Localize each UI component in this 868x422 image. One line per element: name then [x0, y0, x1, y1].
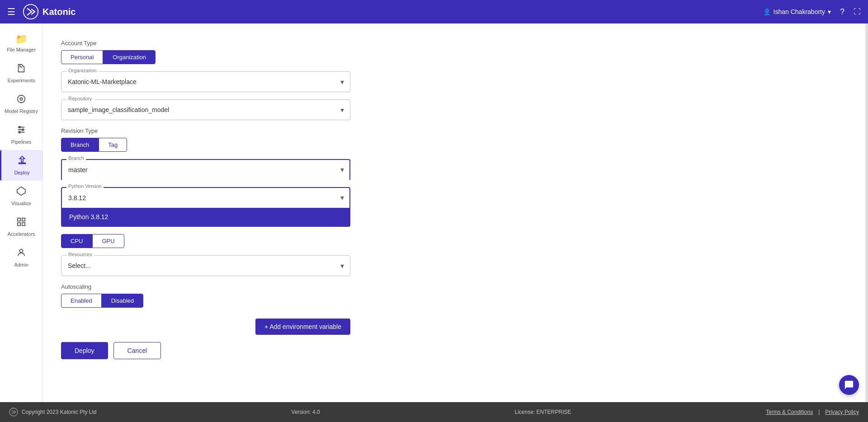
resources-select[interactable]: Select... — [61, 255, 350, 276]
resources-select-wrapper: Select... — [61, 255, 350, 276]
svg-marker-6 — [17, 187, 25, 195]
branch-select[interactable]: master — [61, 159, 350, 180]
organization-field: Organization Katonic-ML-Marketplace — [61, 71, 847, 92]
sidebar-item-deploy-label: Deploy — [14, 170, 29, 175]
organization-select[interactable]: Katonic-ML-Marketplace — [61, 71, 350, 92]
sidebar-item-experiments[interactable]: Experiments — [0, 58, 42, 89]
python-version-label: Python Version — [66, 183, 104, 189]
sidebar: 📁 File Manager Experiments Model Registr… — [0, 23, 43, 402]
content-area: Account Type Personal Organization Organ… — [43, 23, 865, 402]
sidebar-item-admin[interactable]: Admin — [0, 242, 42, 273]
user-avatar-icon: 👤 — [763, 8, 771, 15]
main-layout: 📁 File Manager Experiments Model Registr… — [0, 23, 868, 402]
sidebar-item-model-registry[interactable]: Model Registry — [0, 89, 42, 119]
autoscaling-enabled-btn[interactable]: Enabled — [61, 294, 102, 308]
expand-icon[interactable]: ⛶ — [854, 8, 861, 16]
footer-logo-icon — [9, 408, 18, 417]
compute-gpu-btn[interactable]: GPU — [92, 234, 124, 248]
compute-group: CPU GPU — [61, 234, 847, 248]
sidebar-item-pipelines[interactable]: Pipelines — [0, 119, 42, 150]
footer-left: Copyright 2023 Katonic Pty Ltd — [9, 408, 96, 417]
svg-point-3 — [19, 127, 21, 128]
svg-point-11 — [19, 249, 23, 253]
sidebar-item-experiments-label: Experiments — [7, 78, 35, 83]
cancel-button[interactable]: Cancel — [113, 342, 161, 359]
katonic-logo-icon — [23, 4, 39, 20]
repository-select-wrapper: sample_image_classification_model — [61, 99, 350, 120]
chat-bubble[interactable] — [839, 375, 859, 395]
svg-rect-8 — [22, 218, 25, 221]
help-icon[interactable]: ? — [840, 7, 844, 17]
resize-handle[interactable] — [865, 23, 868, 402]
footer-license: License: ENTERPRISE — [515, 409, 571, 415]
organization-select-wrapper: Katonic-ML-Marketplace — [61, 71, 350, 92]
chat-icon — [844, 380, 854, 390]
compute-cpu-btn[interactable]: CPU — [61, 234, 92, 248]
file-manager-icon: 📁 — [15, 33, 28, 45]
user-menu[interactable]: 👤 Ishan Chakraborty ▾ — [763, 8, 831, 15]
autoscaling-label: Autoscaling — [61, 283, 847, 290]
svg-rect-7 — [18, 218, 20, 221]
sidebar-item-file-manager[interactable]: 📁 File Manager — [0, 28, 42, 58]
sidebar-item-deploy[interactable]: Deploy — [0, 150, 42, 181]
footer-privacy-link[interactable]: Privacy Policy — [825, 409, 859, 415]
svg-point-2 — [20, 98, 23, 100]
sidebar-item-accelerators-label: Accelerators — [7, 231, 35, 237]
navbar: ☰ Katonic 👤 Ishan Chakraborty ▾ ? ⛶ — [0, 0, 868, 23]
revision-type-label: Revision Type — [61, 127, 847, 134]
account-type-personal-btn[interactable]: Personal — [61, 50, 103, 64]
repository-select[interactable]: sample_image_classification_model — [61, 99, 350, 120]
resources-field: Resources Select... — [61, 255, 847, 276]
footer-right: Terms & Conditions | Privacy Policy — [766, 409, 859, 415]
action-buttons: Deploy Cancel — [61, 342, 847, 359]
add-env-variable-button[interactable]: + Add environment variable — [255, 319, 350, 335]
deploy-icon — [17, 155, 27, 168]
python-version-select[interactable]: 3.8.12 — [61, 187, 350, 208]
account-type-label: Account Type — [61, 40, 847, 47]
branch-field: Branch master — [61, 159, 847, 180]
revision-type-tag-btn[interactable]: Tag — [99, 138, 127, 152]
experiments-icon — [16, 63, 26, 76]
resources-label: Resources — [66, 252, 94, 257]
branch-label: Branch — [66, 155, 86, 161]
model-registry-icon — [16, 94, 26, 107]
footer-copyright: Copyright 2023 Katonic Pty Ltd — [22, 409, 96, 415]
visualize-icon — [16, 186, 26, 199]
repository-label: Repository — [66, 96, 94, 101]
revision-type-toggle: Branch Tag — [61, 138, 847, 152]
user-chevron-icon: ▾ — [828, 8, 831, 15]
admin-icon — [16, 248, 26, 260]
svg-rect-10 — [22, 223, 25, 225]
accelerators-icon — [16, 217, 26, 230]
python-version-select-wrapper: 3.8.12 — [61, 187, 350, 208]
autoscaling-disabled-btn[interactable]: Disabled — [102, 294, 144, 308]
sidebar-item-model-registry-label: Model Registry — [5, 108, 38, 114]
footer-divider: | — [818, 409, 820, 415]
svg-point-4 — [22, 129, 24, 131]
svg-point-5 — [19, 131, 21, 133]
deploy-button[interactable]: Deploy — [61, 342, 108, 359]
account-type-organization-btn[interactable]: Organization — [103, 50, 156, 64]
sidebar-item-accelerators[interactable]: Accelerators — [0, 211, 42, 242]
sidebar-item-visualize[interactable]: Visualize — [0, 181, 42, 211]
svg-point-1 — [18, 95, 25, 103]
footer-version: Version: 4.0 — [291, 409, 320, 415]
hamburger-icon[interactable]: ☰ — [7, 6, 15, 17]
python-version-field: Python Version 3.8.12 Python 3.8.12 — [61, 187, 847, 227]
pipelines-icon — [16, 125, 26, 137]
python-version-option-3812[interactable]: Python 3.8.12 — [62, 208, 349, 226]
account-type-toggle: Personal Organization — [61, 50, 847, 64]
svg-point-12 — [9, 408, 18, 416]
sidebar-item-pipelines-label: Pipelines — [11, 139, 32, 145]
footer-terms-link[interactable]: Terms & Conditions — [766, 409, 813, 415]
compute-toggle: CPU GPU — [61, 234, 847, 248]
svg-rect-9 — [18, 223, 20, 225]
navbar-logo-text: Katonic — [42, 7, 75, 17]
repository-field: Repository sample_image_classification_m… — [61, 99, 847, 120]
python-version-dropdown: Python 3.8.12 — [61, 208, 350, 227]
sidebar-item-visualize-label: Visualize — [11, 201, 31, 206]
user-name: Ishan Chakraborty — [774, 8, 825, 15]
navbar-logo: Katonic — [23, 4, 763, 20]
organization-label: Organization — [66, 68, 98, 73]
revision-type-branch-btn[interactable]: Branch — [61, 138, 99, 152]
